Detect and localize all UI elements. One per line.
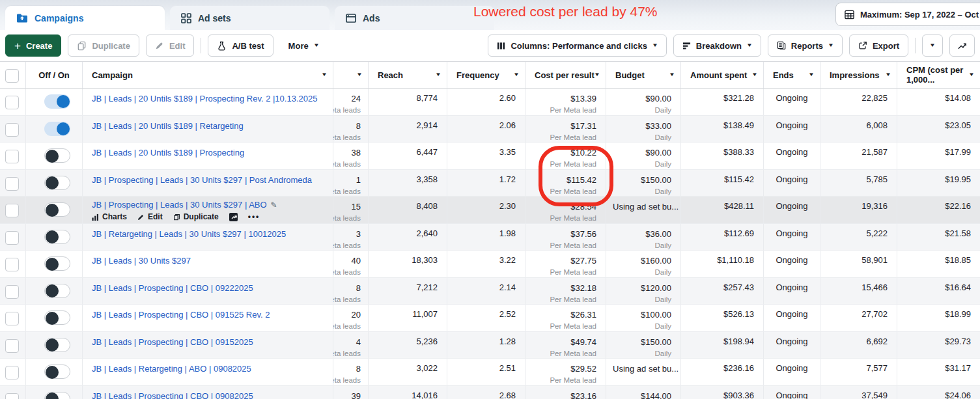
- more-actions-button[interactable]: •••: [248, 212, 260, 221]
- cost-per-result-cell: $10.22Per Meta lead: [525, 143, 606, 169]
- ends-cell: Ongoing: [764, 197, 820, 223]
- campaign-toggle[interactable]: [44, 230, 70, 244]
- chevron-down-icon: ▼: [746, 43, 753, 48]
- view-charts-button[interactable]: [949, 34, 975, 57]
- campaign-toggle[interactable]: [44, 392, 70, 399]
- tab-campaigns[interactable]: Campaigns: [5, 6, 165, 30]
- campaign-link[interactable]: JB | Leads | Prospecting | CBO | 0922202…: [92, 283, 253, 293]
- row-toggle-cell: [26, 224, 83, 251]
- create-button[interactable]: + Create: [5, 34, 61, 57]
- campaign-link[interactable]: JB | Leads | Prospecting | CBO | 091525 …: [92, 310, 270, 320]
- row-select-cell: [0, 386, 26, 399]
- header-campaign[interactable]: Campaign▼: [83, 62, 333, 88]
- tab-ad-sets[interactable]: Ad sets: [170, 6, 329, 30]
- campaign-cell: JB | Leads | Prospecting | CBO | 091525 …: [83, 305, 333, 331]
- row-checkbox[interactable]: [5, 150, 19, 163]
- row-duplicate-action[interactable]: Duplicate: [173, 212, 219, 221]
- campaign-link[interactable]: JB | Prospecting | Leads | 30 Units $297…: [92, 175, 312, 185]
- header-impressions[interactable]: Impressions▼: [820, 62, 897, 88]
- campaign-toggle[interactable]: [44, 94, 70, 109]
- row-checkbox[interactable]: [5, 366, 19, 379]
- campaign-link[interactable]: JB | Leads | 20 Untils $189 | Retargetin…: [92, 121, 244, 131]
- export-button[interactable]: Export: [849, 34, 908, 57]
- row-charts-action[interactable]: Charts: [92, 212, 127, 221]
- table-row: JB | Leads | 30 Units $297 40Meta leads …: [0, 251, 980, 278]
- ends-cell: Ongoing: [764, 305, 820, 331]
- columns-button[interactable]: Columns: Performance and clicks ▼: [488, 34, 666, 57]
- edit-pencil-icon[interactable]: ✎: [271, 200, 277, 210]
- header-reach[interactable]: Reach▼: [369, 62, 447, 88]
- campaign-toggle[interactable]: [44, 365, 70, 379]
- campaign-toggle[interactable]: [44, 202, 70, 217]
- duplicate-button[interactable]: Duplicate: [68, 34, 139, 57]
- header-budget[interactable]: Budget▼: [606, 62, 681, 88]
- row-checkbox[interactable]: [5, 393, 19, 399]
- campaign-cell: JB | Leads | 30 Units $297: [83, 251, 333, 277]
- breakdown-button[interactable]: Breakdown ▼: [673, 34, 761, 57]
- row-checkbox[interactable]: [5, 258, 19, 271]
- amount-spent-cell: $198.94: [681, 332, 764, 359]
- reports-button[interactable]: Reports ▼: [768, 34, 843, 57]
- reach-cell: 3,358: [369, 170, 447, 197]
- campaign-toggle[interactable]: [44, 310, 70, 325]
- campaign-toggle[interactable]: [44, 256, 70, 271]
- campaign-toggle[interactable]: [44, 176, 70, 190]
- budget-cell: $36.00Daily: [606, 224, 681, 251]
- row-checkbox[interactable]: [5, 177, 19, 191]
- campaign-link[interactable]: JB | Leads | 30 Units $297: [92, 256, 191, 266]
- campaign-toggle[interactable]: [44, 338, 70, 352]
- row-select-cell: [0, 116, 26, 143]
- frequency-cell: 3.22: [447, 251, 525, 277]
- campaign-link[interactable]: JB | Retargeting | Leads | 30 Units $297…: [92, 229, 286, 239]
- reach-cell: 8,774: [369, 89, 447, 115]
- row-edit-action[interactable]: Edit: [137, 212, 163, 221]
- row-checkbox[interactable]: [5, 204, 19, 217]
- more-options-caret-button[interactable]: ▼: [922, 34, 943, 57]
- campaign-link[interactable]: JB | Leads | Prospecting | CBO | 0915202…: [92, 337, 253, 347]
- header-results-clipped[interactable]: ▼: [333, 62, 369, 88]
- campaign-link[interactable]: JB | Leads | Retargeting | ABO | 0908202…: [92, 364, 251, 374]
- budget-cell: $90.00Daily: [606, 143, 681, 169]
- results-cell: 40Meta leads: [333, 251, 369, 277]
- impressions-cell: 58,901: [820, 251, 897, 277]
- campaign-link[interactable]: JB | Prospecting | Leads | 30 Units $297…: [92, 200, 267, 210]
- row-checkbox[interactable]: [5, 231, 19, 245]
- campaign-cell: JB | Retargeting | Leads | 30 Units $297…: [83, 224, 333, 251]
- table-row: JB | Leads | 20 Untils $189 | Prospectin…: [0, 89, 980, 116]
- tab-ads[interactable]: Ads: [335, 6, 494, 30]
- ends-cell: Ongoing: [764, 170, 820, 197]
- campaign-link[interactable]: JB | Leads | Prospecting | CBO | 0908202…: [92, 391, 253, 399]
- select-all-cell: [0, 62, 26, 88]
- campaign-cell: JB | Leads | Retargeting | ABO | 0908202…: [83, 359, 333, 385]
- row-toggle-cell: [26, 359, 83, 385]
- ends-cell: Ongoing: [764, 224, 820, 251]
- more-button[interactable]: More ▼: [280, 34, 328, 57]
- header-cost-per-result[interactable]: Cost per result▼: [525, 62, 606, 88]
- table-row: JB | Leads | 20 Untils $189 | Retargetin…: [0, 116, 980, 143]
- row-checkbox[interactable]: [5, 312, 19, 325]
- header-cpm[interactable]: CPM (cost per1,000... ▼: [897, 62, 980, 88]
- header-amount-spent[interactable]: Amount spent▼: [681, 62, 764, 88]
- impressions-cell: 6,008: [820, 116, 897, 143]
- results-cell: 38Meta leads: [333, 143, 369, 169]
- budget-cell: $150.00Daily: [606, 170, 681, 197]
- row-actions: Charts Edit Duplicate •••: [92, 212, 328, 221]
- row-checkbox[interactable]: [5, 285, 19, 299]
- select-all-checkbox[interactable]: [5, 69, 19, 83]
- campaign-link[interactable]: JB | Leads | 20 Untils $189 | Prospectin…: [92, 94, 317, 103]
- campaign-toggle[interactable]: [44, 148, 70, 163]
- open-chart-icon[interactable]: [229, 213, 238, 221]
- campaign-toggle[interactable]: [44, 122, 70, 136]
- table-row: JB | Prospecting | Leads | 30 Units $297…: [0, 170, 980, 197]
- ab-test-button[interactable]: A/B test: [208, 34, 273, 57]
- campaign-toggle[interactable]: [44, 284, 70, 298]
- date-range-button[interactable]: Maximum: Sep 17, 2022 – Oct 17,: [835, 3, 980, 26]
- campaign-link[interactable]: JB | Leads | 20 Untils $189 | Prospectin…: [92, 148, 244, 158]
- row-checkbox[interactable]: [5, 96, 19, 109]
- header-frequency[interactable]: Frequency▼: [447, 62, 525, 88]
- row-checkbox[interactable]: [5, 123, 19, 137]
- header-ends[interactable]: Ends▼: [764, 62, 820, 88]
- row-checkbox[interactable]: [5, 339, 19, 353]
- chevron-down-icon: ▼: [968, 72, 975, 77]
- edit-button[interactable]: Edit: [146, 34, 195, 57]
